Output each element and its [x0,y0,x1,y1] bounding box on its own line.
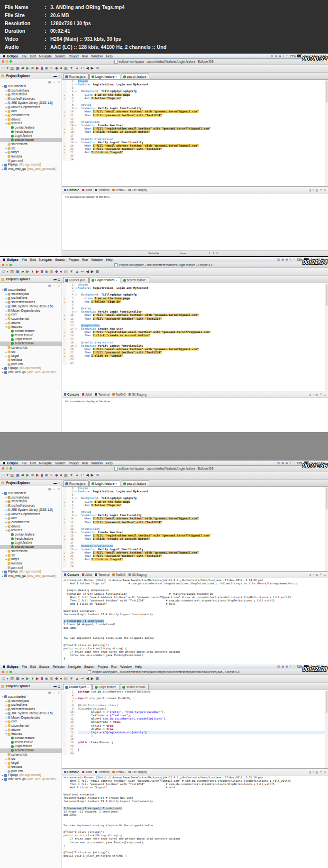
link-with-editor-icon[interactable]: ↔ [53,81,55,83]
maximize-view-icon[interactable]: ◻ [58,74,60,78]
code-line[interactable]: 17 [62,134,328,138]
stop-icon[interactable]: ▮ [41,270,43,274]
open-type-icon[interactable]: ◆ [55,473,58,477]
camera-icon[interactable]: ◉ [285,462,288,464]
tree-item-maven-dependencies[interactable]: ▸Maven Dependencies [0,309,62,313]
new-icon[interactable]: □ [2,270,5,274]
code-line[interactable]: 3 [62,86,328,90]
run-icon[interactable]: ▶ [26,677,29,681]
code-line[interactable]: 18 [62,738,328,741]
menu-item-refactor[interactable]: Refactor [53,665,65,668]
code-line[interactable]: 24 [62,158,328,161]
menu-item-window[interactable]: Window [91,258,102,261]
camera-icon[interactable]: ◉ [285,665,288,668]
code-line[interactable]: ▲10 When I fill "email address textbox" … [62,110,328,113]
back-icon[interactable]: ◀ [86,473,89,477]
fold-collapse-icon[interactable]: ⊖ [74,141,78,144]
code-line[interactable]: 19⊖ Scenario: Verify Logout Functionalit… [62,548,328,551]
code-line[interactable]: ▲15 When I fill "registration email text… [62,534,328,537]
app-switch-icon[interactable]: ▤ [275,55,278,57]
tree-item-src-test-resources[interactable]: ▸src/test/resources [0,300,62,305]
tree-item-jre-system-library-j2se-1-5-[interactable]: ▸JRE System Library [J2SE-1.5] [0,508,62,512]
code-line[interactable]: 7 [62,700,328,703]
console-tab-console[interactable]: Console [64,573,79,576]
tree-item-maven-dependencies[interactable]: ▸Maven Dependencies [0,716,62,720]
tree-item-drivers[interactable]: ▸drivers [0,728,62,732]
code-line[interactable]: ▲20 When I fill "email address textbox" … [62,348,328,351]
link-with-editor-icon[interactable]: ↔ [53,488,55,490]
tree-item-src-test-java[interactable]: ▸src/test/java [0,499,62,504]
tree-item-cucumbertest[interactable]: ▸cucumbertest [0,113,62,118]
code-line[interactable]: 7 [62,100,328,103]
console-tab-git-staging[interactable]: Git Staging [128,573,146,576]
code-line[interactable]: 12 [62,524,328,527]
code-line[interactable]: 19public class Runner { [62,741,328,744]
menu-item-search[interactable]: Search [55,462,65,465]
prev-annotation-icon[interactable]: ▲ [75,270,79,274]
zoom-window-button[interactable] [9,60,12,63]
tree-item-com[interactable]: ▸com [0,109,62,113]
wifi-icon[interactable]: ◠ [292,258,295,261]
code-line[interactable]: 14⊖ Scenario: Create New User [62,327,328,331]
minimize-view-icon[interactable]: ▬ [54,277,57,281]
fold-expand-icon[interactable]: ⊕ [74,697,78,700]
code-line[interactable]: 2 [62,693,328,697]
tree-item-french-feature[interactable]: french.feature [0,130,62,134]
menu-item-file[interactable]: File [22,462,27,465]
code-line[interactable]: 23 [62,561,328,564]
fold-collapse-icon[interactable]: ⊖ [74,548,78,551]
tree-item-pom-xml[interactable]: pom.xml [0,566,62,570]
new-java-class-icon[interactable]: ◉ [45,270,48,274]
minimize-view-icon[interactable]: ▬ [54,684,57,688]
tree-item-testdata[interactable]: testdata [0,155,62,159]
menu-item-run[interactable]: Run [82,55,88,58]
code-line[interactable]: 24 [62,361,328,365]
tree-item-login-feature[interactable]: Login.feature [0,134,62,138]
code-line[interactable]: ▲16 Then I click "create an account butt… [62,130,328,134]
remove-launch-icon[interactable]: × [312,393,314,396]
tree-item-maven-dependencies[interactable]: ▸Maven Dependencies [0,105,62,110]
tree-item-features[interactable]: ▾features [0,528,62,533]
menu-item-help[interactable]: Help [135,665,142,668]
collapse-all-icon[interactable]: ▤ [48,487,51,490]
code-line[interactable]: ▲6 And I follow "Sign in" [62,504,328,507]
code-line[interactable]: 2⊖Feature: Registration, Login and MyAcc… [62,490,328,493]
save-icon[interactable]: ▥ [10,677,14,681]
coverage-icon[interactable]: ▶ [36,66,39,70]
code-line[interactable]: 2⊖Feature: Registration, Login and MyAcc… [62,286,328,290]
tree-item-src-test-resources[interactable]: ▸src/test/resources [0,504,62,508]
menu-item-navigate[interactable]: Navigate [39,258,52,261]
run-icon[interactable]: ▶ [26,473,29,477]
back-icon[interactable]: ◀ [86,270,89,274]
close-tab-icon[interactable]: × [116,75,117,78]
minimize-window-button[interactable] [6,671,8,673]
console-tab-junit[interactable]: JUnit [82,393,92,396]
collapse-all-icon[interactable]: ▤ [48,691,51,694]
tree-item-vmc-web-qa[interactable]: ▸vmc_web_qa[vmc_web_qa master] [0,167,62,171]
open-console-icon[interactable]: ▣ [16,473,19,477]
code-line[interactable]: 17 [62,338,328,341]
code-line[interactable]: 24 [62,565,328,568]
tree-item-src-test-java[interactable]: ▸src/test/java [0,92,62,97]
code-line[interactable]: ▲22 And I click on "Logout" [62,151,328,154]
code-line[interactable]: 3 [62,290,328,293]
link-with-editor-icon[interactable]: ↔ [53,691,55,694]
last-edit-icon[interactable]: ↩ [81,677,84,681]
code-line[interactable]: ▲6 And I follow "Sign in" [62,300,328,304]
menu-item-eclipse[interactable]: Eclipse [7,55,18,58]
fold-collapse-icon[interactable]: ⊖ [74,286,78,290]
tree-item-vmc-web-qa[interactable]: ▸vmc_web_qa[vmc_web_qa master] [0,370,62,375]
clear-console-icon[interactable]: ▦ [315,188,318,192]
code-line[interactable]: 10 plugin = {"pretty", "html:target/cucu… [62,711,328,714]
scroll-lock-icon[interactable]: ▼ [319,393,322,396]
tree-item-search-feature[interactable]: search.feature [0,545,62,549]
code-line[interactable]: 16 tags = {"@regression or @sanity"} [62,731,328,734]
link-with-editor-icon[interactable]: ↔ [53,284,55,287]
code-line[interactable]: ▲21 Then I fill "password textbox" with … [62,554,328,558]
console-tab-junit[interactable]: JUnit [82,188,92,192]
close-window-button[interactable] [2,671,4,673]
menu-item-eclipse[interactable]: Eclipse [7,665,18,668]
tree-item-login-feature[interactable]: Login.feature [0,337,62,342]
menu-item-navigate[interactable]: Navigate [68,665,81,668]
code-line[interactable]: ▲5 Given I am on the home page [62,500,328,504]
